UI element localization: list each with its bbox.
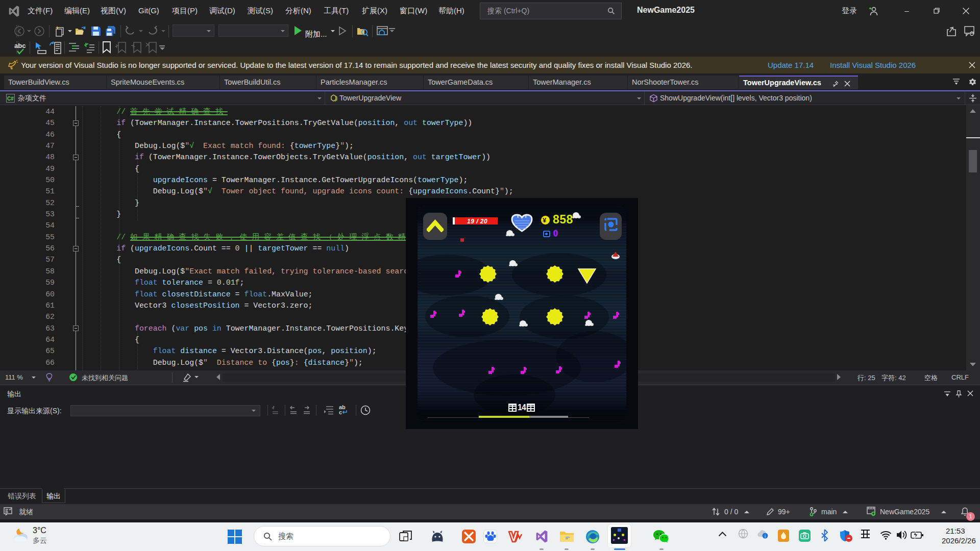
- svg-text:i: i: [765, 534, 766, 539]
- svg-text:C#: C#: [7, 96, 14, 102]
